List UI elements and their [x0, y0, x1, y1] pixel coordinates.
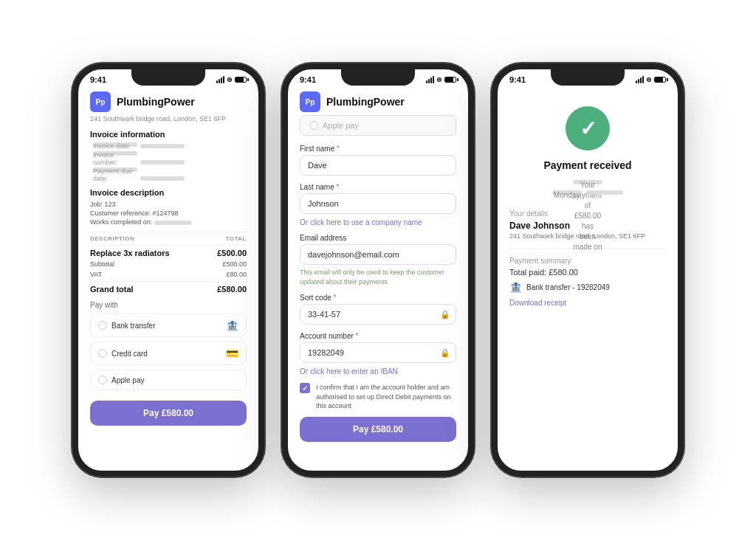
email-label: Email address: [300, 234, 456, 242]
last-name-input[interactable]: [300, 193, 456, 214]
battery-icon-1: [235, 77, 247, 83]
apple-pay-btn[interactable]: Apple pay: [300, 115, 456, 136]
company-link[interactable]: Or click here to use a company name: [300, 218, 456, 226]
credit-card-icon: 💳: [226, 347, 238, 359]
company-logo: Pp: [90, 91, 111, 112]
invoice-number-row: Invoice number:: [90, 151, 247, 166]
company-name-2: PlumbingPower: [326, 96, 405, 108]
company-logo-2: Pp: [300, 91, 320, 112]
credit-card-radio[interactable]: [98, 349, 107, 358]
apple-pay-radio-2: [309, 121, 318, 130]
account-number-label: Account number *: [300, 332, 456, 340]
success-title: Payment received: [509, 159, 666, 171]
first-name-label: First name *: [300, 145, 456, 153]
apple-pay-radio[interactable]: [98, 375, 107, 384]
email-input[interactable]: [300, 244, 456, 265]
payment-due-row: Payment due date:: [90, 167, 247, 182]
payment-summary-label: Payment summary: [509, 257, 666, 265]
total-paid: Total paid: £580.00: [509, 268, 578, 277]
table-header: DESCRIPTION TOTAL: [90, 232, 247, 246]
iban-link[interactable]: Or click here to enter an IBAN: [300, 367, 456, 375]
works-completed-item: Works completed on:: [90, 218, 247, 226]
form-content: Pp PlumbingPower Apple pay First name * …: [288, 86, 468, 471]
payment-summary-section: Payment summary Total paid: £580.00 🏦 Ba…: [509, 249, 666, 307]
invoice-desc-title: Invoice description: [90, 188, 247, 197]
apple-pay-option[interactable]: Apple pay: [90, 370, 247, 390]
credit-card-option[interactable]: Credit card 💳: [90, 342, 247, 365]
item-desc: Replace 3x radiators: [90, 249, 170, 257]
item-row: Replace 3x radiators £500.00: [90, 249, 247, 257]
sort-code-wrapper: 🔒: [300, 304, 456, 325]
battery-icon-2: [444, 77, 456, 83]
subtotal-label: Subtotal: [90, 260, 114, 268]
wifi-icon-2: ⊜: [436, 76, 442, 83]
signal-icon-1: [216, 76, 224, 83]
sort-code-label: Sort code *: [300, 294, 456, 302]
invoice-date-row: Invoice date:: [90, 142, 247, 150]
item-total: £500.00: [217, 249, 247, 257]
status-icons-2: ⊜: [426, 76, 456, 83]
status-icons-1: ⊜: [216, 76, 247, 83]
confirm-checkbox[interactable]: ✓: [300, 383, 310, 393]
phone-showcase: 9:41 ⊜ Pp PlumbingPower 241 Southwark br: [72, 63, 684, 477]
total-paid-row: Total paid: £580.00: [509, 268, 666, 277]
success-checkmark-icon: ✓: [580, 117, 597, 141]
last-name-label: Last name *: [300, 183, 456, 191]
customer-address: 241 Southwark bridge road, London, SE1 6…: [509, 232, 666, 240]
apple-pay-label: Apple pay: [111, 376, 144, 384]
company-name-1: PlumbingPower: [117, 96, 195, 108]
first-name-required: *: [337, 145, 340, 153]
success-content: ✓ Payment received Your payment of £580.…: [498, 86, 678, 471]
desc-header: DESCRIPTION: [90, 235, 134, 242]
company-header: Pp PlumbingPower: [90, 91, 247, 112]
pay-button-1[interactable]: Pay £580.00: [90, 401, 247, 426]
status-time-1: 9:41: [90, 75, 106, 84]
company-header-2: Pp PlumbingPower: [300, 91, 456, 112]
phone-notch-3: [551, 69, 625, 86]
battery-icon-3: [654, 77, 666, 83]
pay-with-label: Pay with: [90, 301, 247, 309]
account-number-wrapper: 🔒: [300, 342, 456, 363]
last-name-required: *: [336, 183, 339, 191]
invoice-info-title: Invoice information: [90, 130, 247, 139]
checkbox-label: I confirm that I am the account holder a…: [316, 383, 456, 411]
phone-notch-2: [341, 69, 415, 86]
success-description: Your payment of £580.00 has been made on…: [509, 177, 666, 198]
subtotal-value: £500.00: [222, 260, 247, 268]
confirm-checkbox-row: ✓ I confirm that I am the account holder…: [300, 383, 456, 411]
pay-button-2[interactable]: Pay £580.00: [300, 417, 456, 442]
sort-code-input[interactable]: [300, 304, 456, 325]
phone-notch-1: [131, 69, 205, 86]
bank-transfer-icon: 🏦: [509, 281, 522, 293]
status-icons-3: ⊜: [636, 76, 666, 83]
phone-invoice: 9:41 ⊜ Pp PlumbingPower 241 Southwark br: [72, 63, 264, 477]
bank-transfer-option[interactable]: Bank transfer 🏦: [90, 314, 247, 337]
apple-pay-placeholder: Apple pay: [323, 121, 359, 130]
status-time-3: 9:41: [509, 75, 526, 84]
download-receipt-link[interactable]: Download receipt: [509, 299, 666, 307]
vat-value: £80.00: [226, 271, 247, 278]
company-address-1: 241 Southwark bridge road, London, SE1 6…: [90, 115, 247, 122]
status-time-2: 9:41: [300, 75, 316, 84]
wifi-icon-3: ⊜: [646, 76, 652, 83]
bank-transfer-text: Bank transfer - 19282049: [526, 283, 610, 291]
phone-success: 9:41 ⊜ ✓ Payment received Your p: [492, 63, 684, 477]
bank-transfer-label: Bank transfer: [111, 322, 155, 330]
credit-card-label: Credit card: [111, 350, 148, 358]
checkbox-check-icon: ✓: [302, 384, 308, 392]
account-lock-icon: 🔒: [440, 348, 450, 358]
total-header: TOTAL: [226, 235, 247, 242]
vat-row: VAT £80.00: [90, 271, 247, 278]
invoice-content: Pp PlumbingPower 241 Southwark bridge ro…: [78, 86, 258, 471]
account-number-input[interactable]: [300, 342, 456, 363]
bank-transfer-radio[interactable]: [98, 321, 107, 330]
customer-ref-item: Customer reference: #124798: [90, 210, 247, 217]
email-info: This email will only be used to keep the…: [300, 268, 456, 286]
wifi-icon-1: ⊜: [227, 76, 233, 83]
job-item: Job: 123: [90, 201, 247, 208]
subtotal-row: Subtotal £500.00: [90, 260, 247, 268]
grand-total-value: £580.00: [217, 285, 247, 294]
first-name-input[interactable]: [300, 155, 456, 176]
success-circle: ✓: [566, 106, 610, 150]
vat-label: VAT: [90, 271, 102, 278]
